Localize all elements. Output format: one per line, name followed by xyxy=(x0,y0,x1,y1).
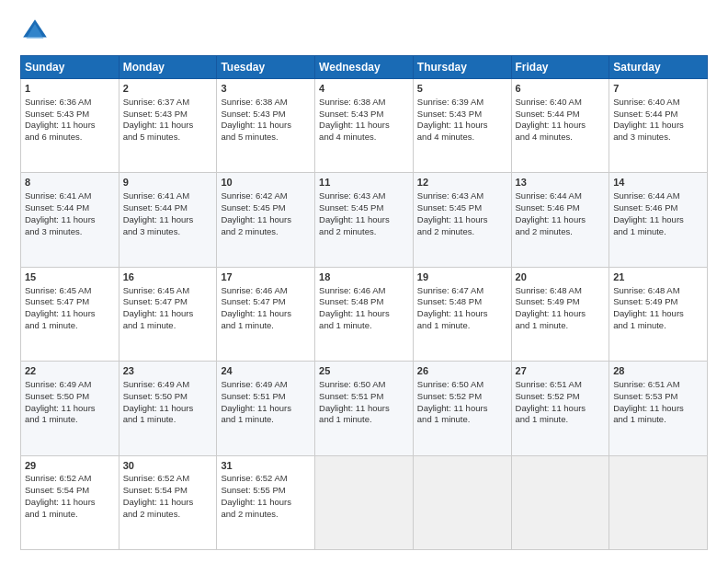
cell-line: Sunset: 5:49 PM xyxy=(516,296,606,308)
cell-line: Sunrise: 6:47 AM xyxy=(417,285,507,297)
cell-line: Sunrise: 6:43 AM xyxy=(417,190,507,202)
cell-line: and 1 minute. xyxy=(516,320,606,332)
cell-line: Sunrise: 6:38 AM xyxy=(221,97,311,109)
cell-line: Sunset: 5:50 PM xyxy=(123,391,213,403)
cell-line: Daylight: 11 hours xyxy=(613,403,703,415)
calendar-cell: 12Sunrise: 6:43 AMSunset: 5:45 PMDayligh… xyxy=(413,173,511,267)
calendar-cell: 14Sunrise: 6:44 AMSunset: 5:46 PMDayligh… xyxy=(609,173,708,267)
cell-line: Daylight: 11 hours xyxy=(516,308,606,320)
day-number: 2 xyxy=(123,82,213,96)
day-number: 21 xyxy=(613,270,703,284)
cell-line: Sunset: 5:43 PM xyxy=(319,109,409,121)
cell-line: Sunrise: 6:46 AM xyxy=(319,285,409,297)
cell-line: Sunrise: 6:51 AM xyxy=(516,379,606,391)
day-number: 13 xyxy=(516,176,606,190)
day-number: 22 xyxy=(25,364,115,378)
calendar-cell: 7Sunrise: 6:40 AMSunset: 5:44 PMDaylight… xyxy=(609,79,708,173)
calendar-cell: 4Sunrise: 6:38 AMSunset: 5:43 PMDaylight… xyxy=(315,79,414,173)
cell-line: and 2 minutes. xyxy=(221,509,311,521)
calendar-cell: 5Sunrise: 6:39 AMSunset: 5:43 PMDaylight… xyxy=(413,79,511,173)
cell-line: Sunset: 5:47 PM xyxy=(25,296,115,308)
cell-line: and 1 minute. xyxy=(25,320,115,332)
calendar-cell: 17Sunrise: 6:46 AMSunset: 5:47 PMDayligh… xyxy=(217,267,315,361)
day-number: 7 xyxy=(613,82,703,96)
cell-line: and 4 minutes. xyxy=(319,132,409,144)
calendar-cell: 16Sunrise: 6:45 AMSunset: 5:47 PMDayligh… xyxy=(119,267,217,361)
calendar-cell: 1Sunrise: 6:36 AMSunset: 5:43 PMDaylight… xyxy=(21,79,119,173)
calendar-cell xyxy=(511,455,609,549)
calendar-cell: 9Sunrise: 6:41 AMSunset: 5:44 PMDaylight… xyxy=(119,173,217,267)
cell-line: Sunrise: 6:52 AM xyxy=(123,473,213,485)
calendar-cell: 29Sunrise: 6:52 AMSunset: 5:54 PMDayligh… xyxy=(21,455,119,549)
calendar-cell: 2Sunrise: 6:37 AMSunset: 5:43 PMDaylight… xyxy=(119,79,217,173)
calendar-cell: 24Sunrise: 6:49 AMSunset: 5:51 PMDayligh… xyxy=(217,362,315,455)
cell-line: Sunset: 5:44 PM xyxy=(25,202,115,214)
calendar-cell: 23Sunrise: 6:49 AMSunset: 5:50 PMDayligh… xyxy=(119,362,217,455)
day-number: 4 xyxy=(319,82,409,96)
cell-line: Sunrise: 6:49 AM xyxy=(25,379,115,391)
cell-line: Sunrise: 6:49 AM xyxy=(221,379,311,391)
cell-line: Daylight: 11 hours xyxy=(221,497,311,509)
cell-line: Sunrise: 6:46 AM xyxy=(221,285,311,297)
page: SundayMondayTuesdayWednesdayThursdayFrid… xyxy=(0,0,728,563)
cell-line: Sunset: 5:51 PM xyxy=(319,391,409,403)
calendar-cell xyxy=(413,455,511,549)
cell-line: and 2 minutes. xyxy=(221,226,311,238)
calendar-week-3: 15Sunrise: 6:45 AMSunset: 5:47 PMDayligh… xyxy=(21,267,708,361)
cell-line: Daylight: 11 hours xyxy=(123,403,213,415)
cell-line: Sunset: 5:51 PM xyxy=(221,391,311,403)
day-number: 30 xyxy=(123,459,213,473)
calendar-cell: 28Sunrise: 6:51 AMSunset: 5:53 PMDayligh… xyxy=(609,362,708,455)
cell-line: Sunset: 5:43 PM xyxy=(417,109,507,121)
cell-line: Sunrise: 6:43 AM xyxy=(319,190,409,202)
cell-line: Sunrise: 6:45 AM xyxy=(25,285,115,297)
cell-line: Sunset: 5:44 PM xyxy=(516,109,606,121)
day-number: 19 xyxy=(417,270,507,284)
cell-line: Sunset: 5:53 PM xyxy=(613,391,703,403)
cell-line: Sunrise: 6:49 AM xyxy=(123,379,213,391)
cell-line: Daylight: 11 hours xyxy=(516,214,606,226)
day-number: 31 xyxy=(221,459,311,473)
day-number: 28 xyxy=(613,364,703,378)
day-number: 6 xyxy=(516,82,606,96)
calendar-cell xyxy=(315,455,414,549)
cell-line: Daylight: 11 hours xyxy=(613,120,703,132)
cell-line: Daylight: 11 hours xyxy=(417,120,507,132)
cell-line: Daylight: 11 hours xyxy=(221,214,311,226)
calendar-cell xyxy=(609,455,708,549)
calendar-table: SundayMondayTuesdayWednesdayThursdayFrid… xyxy=(20,55,708,550)
cell-line: Daylight: 11 hours xyxy=(25,497,115,509)
cell-line: Sunrise: 6:39 AM xyxy=(417,97,507,109)
day-number: 16 xyxy=(123,270,213,284)
day-number: 1 xyxy=(25,82,115,96)
cell-line: Sunrise: 6:44 AM xyxy=(613,190,703,202)
day-number: 29 xyxy=(25,459,115,473)
cell-line: and 2 minutes. xyxy=(516,226,606,238)
calendar-cell: 25Sunrise: 6:50 AMSunset: 5:51 PMDayligh… xyxy=(315,362,414,455)
cell-line: and 3 minutes. xyxy=(25,226,115,238)
cell-line: Daylight: 11 hours xyxy=(319,403,409,415)
cell-line: Sunset: 5:46 PM xyxy=(516,202,606,214)
cell-line: Sunset: 5:48 PM xyxy=(319,296,409,308)
day-of-week-saturday: Saturday xyxy=(609,56,708,79)
cell-line: and 1 minute. xyxy=(319,320,409,332)
cell-line: and 1 minute. xyxy=(221,414,311,426)
day-number: 20 xyxy=(516,270,606,284)
cell-line: Sunset: 5:44 PM xyxy=(613,109,703,121)
cell-line: Daylight: 11 hours xyxy=(221,308,311,320)
cell-line: Daylight: 11 hours xyxy=(319,308,409,320)
calendar-cell: 27Sunrise: 6:51 AMSunset: 5:52 PMDayligh… xyxy=(511,362,609,455)
day-number: 8 xyxy=(25,176,115,190)
cell-line: Sunrise: 6:40 AM xyxy=(613,97,703,109)
cell-line: Sunrise: 6:52 AM xyxy=(221,473,311,485)
day-number: 12 xyxy=(417,176,507,190)
header xyxy=(20,17,708,46)
calendar-cell: 10Sunrise: 6:42 AMSunset: 5:45 PMDayligh… xyxy=(217,173,315,267)
cell-line: Sunset: 5:54 PM xyxy=(123,485,213,497)
day-number: 14 xyxy=(613,176,703,190)
cell-line: Sunset: 5:55 PM xyxy=(221,485,311,497)
calendar-header-row: SundayMondayTuesdayWednesdayThursdayFrid… xyxy=(21,56,708,79)
cell-line: and 2 minutes. xyxy=(123,509,213,521)
cell-line: Daylight: 11 hours xyxy=(221,403,311,415)
cell-line: Sunset: 5:49 PM xyxy=(613,296,703,308)
